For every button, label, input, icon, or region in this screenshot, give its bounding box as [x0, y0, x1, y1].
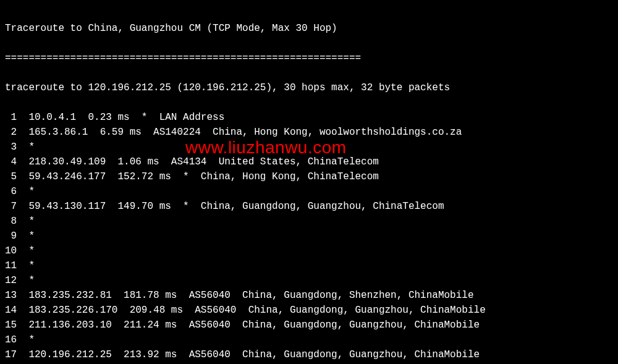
hop-row: 13 183.235.232.81 181.78 ms AS56040 Chin…: [5, 288, 613, 303]
hop-row: 5 59.43.246.177 152.72 ms * China, Hong …: [5, 169, 613, 184]
hop-list: 1 10.0.4.1 0.23 ms * LAN Address 2 165.3…: [5, 110, 613, 362]
hop-row: 3 *: [5, 140, 613, 154]
hop-row: 11 *: [5, 258, 613, 273]
hop-row: 15 211.136.203.10 211.24 ms AS56040 Chin…: [5, 318, 613, 332]
traceroute-command: traceroute to 120.196.212.25 (120.196.21…: [5, 80, 613, 95]
hop-row: 2 165.3.86.1 6.59 ms AS140224 China, Hon…: [5, 125, 613, 140]
hop-row: 14 183.235.226.170 209.48 ms AS56040 Chi…: [5, 303, 613, 318]
hop-row: 12 *: [5, 273, 613, 288]
traceroute-title: Traceroute to China, Guangzhou CM (TCP M…: [5, 21, 613, 36]
hop-row: 9 *: [5, 229, 613, 243]
hop-row: 16 *: [5, 332, 613, 347]
terminal-output: Traceroute to China, Guangzhou CM (TCP M…: [0, 0, 618, 364]
hop-row: 6 *: [5, 184, 613, 199]
hop-row: 1 10.0.4.1 0.23 ms * LAN Address: [5, 110, 613, 125]
hop-row: 10 *: [5, 243, 613, 258]
hop-row: 17 120.196.212.25 213.92 ms AS56040 Chin…: [5, 347, 613, 362]
hop-row: 7 59.43.130.117 149.70 ms * China, Guang…: [5, 199, 613, 214]
divider-line: ========================================…: [5, 51, 613, 66]
hop-row: 4 218.30.49.109 1.06 ms AS4134 United St…: [5, 154, 613, 169]
hop-row: 8 *: [5, 214, 613, 229]
